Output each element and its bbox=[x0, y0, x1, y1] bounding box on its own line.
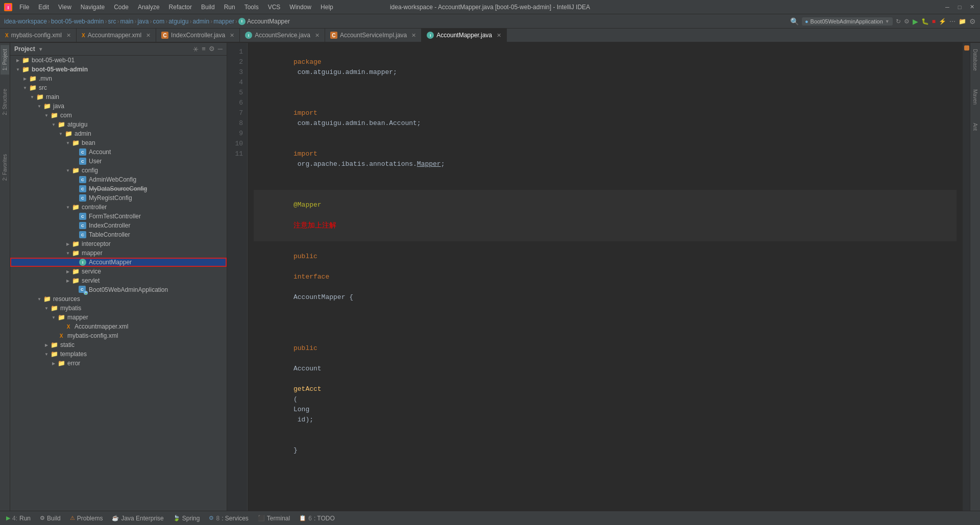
tree-item-user[interactable]: C User bbox=[10, 157, 227, 166]
tree-item-adminwebconfig[interactable]: C AdminWebConfig bbox=[10, 175, 227, 184]
breadcrumb-workspace[interactable]: idea-workspace bbox=[4, 18, 47, 25]
maximize-button[interactable]: □ bbox=[955, 3, 964, 11]
toolbar-build-icon[interactable]: ⚙ bbox=[904, 18, 910, 25]
menu-refactor[interactable]: Refactor bbox=[165, 3, 196, 12]
minimize-button[interactable]: ─ bbox=[943, 3, 951, 11]
menu-edit[interactable]: Edit bbox=[34, 3, 53, 12]
bottom-tab-spring[interactable]: 🍃 Spring bbox=[169, 514, 204, 523]
tree-item-boot01[interactable]: 📁 boot-05-web-01 bbox=[10, 56, 227, 65]
tab-accountserviceimpl[interactable]: C AccountServiceImpl.java ✕ bbox=[325, 29, 422, 42]
tree-item-interceptor[interactable]: 📁 interceptor bbox=[10, 239, 227, 248]
bottom-tab-problems[interactable]: ⚠ Problems bbox=[66, 514, 107, 523]
bottom-tab-java-enterprise[interactable]: ☕ Java Enterprise bbox=[108, 514, 167, 523]
breadcrumb-admin[interactable]: admin bbox=[193, 18, 210, 25]
editor[interactable]: 1 2 3 4 5 6 7 8 9 10 11 package com.atgu… bbox=[227, 43, 970, 511]
sidebar-settings-icon[interactable]: ⚙ bbox=[209, 45, 215, 53]
tree-item-boot-admin[interactable]: 📁 boot-05-web-admin bbox=[10, 65, 227, 74]
menu-code[interactable]: Code bbox=[110, 3, 133, 12]
tree-item-servlet[interactable]: 📁 servlet bbox=[10, 276, 227, 285]
toolbar-debug-icon[interactable]: 🐛 bbox=[921, 18, 929, 25]
tree-item-admin[interactable]: 📁 admin bbox=[10, 129, 227, 138]
tree-item-tablecontroller[interactable]: C TableController bbox=[10, 230, 227, 239]
tab-indexcontroller[interactable]: C IndexController.java ✕ bbox=[156, 29, 240, 42]
bottom-tab-run[interactable]: ▶ 4: Run bbox=[2, 514, 35, 523]
bottom-tab-services[interactable]: ⚙ 8 : Services bbox=[205, 514, 252, 523]
menu-navigate[interactable]: Navigate bbox=[77, 3, 109, 12]
sidebar-close-icon[interactable]: ─ bbox=[218, 45, 223, 53]
tree-item-boot05app[interactable]: C 🍃 Boot05WebAdminApplication bbox=[10, 285, 227, 294]
tree-item-resources[interactable]: 📁 resources bbox=[10, 294, 227, 304]
tree-item-indexcontroller[interactable]: C IndexController bbox=[10, 221, 227, 230]
tree-item-mybatis[interactable]: 📁 mybatis bbox=[10, 304, 227, 313]
tab-close-5[interactable]: ✕ bbox=[497, 32, 501, 39]
menu-vcs[interactable]: VCS bbox=[264, 3, 285, 12]
tree-item-mapper[interactable]: 📁 mapper bbox=[10, 248, 227, 258]
tree-item-accountmapper[interactable]: I AccountMapper bbox=[10, 258, 227, 267]
sidebar-item-project[interactable]: 1: Project bbox=[1, 45, 9, 74]
tree-item-account[interactable]: C Account bbox=[10, 147, 227, 157]
sidebar-item-structure[interactable]: 2: Structure bbox=[1, 85, 9, 119]
database-tab[interactable]: Database bbox=[971, 45, 979, 75]
menu-view[interactable]: View bbox=[54, 3, 76, 12]
tab-accountmapper-java[interactable]: I AccountMapper.java ✕ bbox=[422, 29, 507, 42]
tree-item-formtestcontroller[interactable]: C FormTestController bbox=[10, 212, 227, 221]
tree-item-mybatis-config-xml[interactable]: X mybatis-config.xml bbox=[10, 331, 227, 340]
tree-item-com[interactable]: 📁 com bbox=[10, 111, 227, 120]
sidebar-item-favorites[interactable]: 2: Favorites bbox=[1, 150, 9, 185]
tab-close-4[interactable]: ✕ bbox=[411, 32, 416, 39]
tab-accountmapper-xml[interactable]: X Accountmapper.xml ✕ bbox=[77, 29, 156, 42]
tree-item-java[interactable]: 📁 java bbox=[10, 102, 227, 111]
bottom-tab-todo[interactable]: 📋 6 : TODO bbox=[295, 514, 339, 523]
ant-tab[interactable]: Ant bbox=[971, 119, 979, 135]
breadcrumb-mapper[interactable]: mapper bbox=[213, 18, 234, 25]
toolbar-coverage-icon[interactable]: ⚡ bbox=[939, 18, 946, 25]
breadcrumb-main[interactable]: main bbox=[120, 18, 133, 25]
tree-item-error[interactable]: 📁 error bbox=[10, 359, 227, 368]
bottom-tab-build[interactable]: ⚙ Build bbox=[36, 514, 65, 523]
tree-item-mvn[interactable]: 📁 .mvn bbox=[10, 74, 227, 83]
tree-item-mapper2[interactable]: 📁 mapper bbox=[10, 313, 227, 322]
toolbar-refresh-icon[interactable]: ↻ bbox=[896, 18, 901, 25]
breadcrumb-atguigu[interactable]: atguigu bbox=[168, 18, 188, 25]
tree-item-controller[interactable]: 📁 controller bbox=[10, 203, 227, 212]
tab-accountservice[interactable]: I AccountService.java ✕ bbox=[240, 29, 325, 42]
tree-item-myregistconfig[interactable]: C MyRegistConfig bbox=[10, 193, 227, 203]
menu-analyze[interactable]: Analyze bbox=[134, 3, 164, 12]
bottom-tab-terminal[interactable]: ⬛ Terminal bbox=[254, 514, 294, 523]
tab-mybatis-config[interactable]: X mybatis-config.xml ✕ bbox=[0, 29, 77, 42]
menu-window[interactable]: Window bbox=[285, 3, 315, 12]
sidebar-dropdown-icon[interactable]: ▼ bbox=[38, 46, 43, 52]
tree-item-bean[interactable]: 📁 bean bbox=[10, 138, 227, 147]
close-button[interactable]: ✕ bbox=[968, 3, 976, 11]
breadcrumb-java[interactable]: java bbox=[137, 18, 149, 25]
menu-help[interactable]: Help bbox=[316, 3, 337, 12]
sidebar-tree[interactable]: 📁 boot-05-web-01 📁 boot-05-web-admin 📁 .… bbox=[10, 56, 227, 511]
tree-item-src[interactable]: 📁 src bbox=[10, 83, 227, 92]
tree-item-templates[interactable]: 📁 templates bbox=[10, 349, 227, 359]
toolbar-more-icon[interactable]: ⋯ bbox=[949, 18, 955, 25]
tree-item-mydatasourceconfig[interactable]: C MyDataSourceConfig bbox=[10, 184, 227, 193]
sidebar-sync-icon[interactable]: ⚹ bbox=[193, 45, 199, 53]
tab-close-0[interactable]: ✕ bbox=[66, 32, 71, 39]
menu-run[interactable]: Run bbox=[220, 3, 239, 12]
maven-tab[interactable]: Maven bbox=[971, 85, 979, 109]
breadcrumb-module[interactable]: boot-05-web-admin bbox=[51, 18, 104, 25]
tree-item-config[interactable]: 📁 config bbox=[10, 166, 227, 175]
breadcrumb-com[interactable]: com bbox=[153, 18, 164, 25]
toolbar-run-icon[interactable]: ▶ bbox=[913, 17, 918, 26]
tree-item-service[interactable]: 📁 service bbox=[10, 267, 227, 276]
breadcrumb-accountmapper[interactable]: AccountMapper bbox=[247, 18, 290, 25]
run-config-selector[interactable]: ● Boot05WebAdminApplication ▼ bbox=[802, 17, 893, 26]
tree-item-accountmapper-xml[interactable]: X Accountmapper.xml bbox=[10, 322, 227, 331]
tab-close-1[interactable]: ✕ bbox=[146, 32, 151, 39]
menu-file[interactable]: File bbox=[15, 3, 33, 12]
menu-build[interactable]: Build bbox=[197, 3, 219, 12]
menu-tools[interactable]: Tools bbox=[240, 3, 263, 12]
tree-item-atguigu[interactable]: 📁 atguigu bbox=[10, 120, 227, 129]
toolbar-explorer-icon[interactable]: 📁 bbox=[959, 18, 966, 25]
toolbar-settings-icon[interactable]: ⚙ bbox=[969, 17, 976, 26]
toolbar-stop-icon[interactable]: ■ bbox=[932, 18, 936, 25]
search-everywhere-icon[interactable]: 🔍 bbox=[790, 17, 799, 26]
breadcrumb-src[interactable]: src bbox=[108, 18, 116, 25]
tab-close-3[interactable]: ✕ bbox=[315, 32, 320, 39]
